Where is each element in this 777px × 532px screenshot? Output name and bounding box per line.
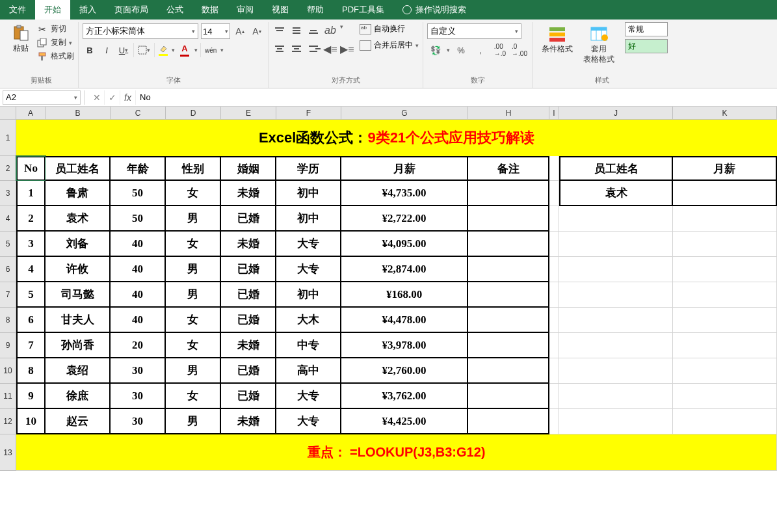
cell[interactable] xyxy=(549,181,559,206)
cell[interactable] xyxy=(559,232,673,257)
align-right-button[interactable] xyxy=(306,42,321,56)
bold-button[interactable]: B xyxy=(83,43,97,57)
data-cell[interactable]: 3 xyxy=(16,232,46,257)
data-cell[interactable] xyxy=(468,206,549,232)
cell[interactable] xyxy=(559,308,673,333)
cancel-formula-button[interactable]: ✕ xyxy=(89,90,105,105)
row-header[interactable]: 12 xyxy=(0,409,16,434)
data-cell[interactable]: 10 xyxy=(16,409,46,434)
data-cell[interactable]: ¥3,762.00 xyxy=(341,384,468,409)
data-cell[interactable]: 未婚 xyxy=(221,333,276,358)
align-top-button[interactable] xyxy=(272,23,287,38)
header-cell[interactable]: 学历 xyxy=(276,156,341,181)
underline-button[interactable]: U ▾ xyxy=(116,43,131,57)
orientation-button[interactable]: ab xyxy=(323,23,337,38)
data-cell[interactable]: 已婚 xyxy=(221,282,276,308)
data-cell[interactable]: ¥2,874.00 xyxy=(341,257,468,282)
data-cell[interactable] xyxy=(468,358,549,384)
data-cell[interactable] xyxy=(468,282,549,308)
data-cell[interactable]: 已婚 xyxy=(221,358,276,384)
data-cell[interactable]: 大专 xyxy=(276,409,341,434)
cell[interactable] xyxy=(549,333,559,358)
data-cell[interactable] xyxy=(468,409,549,434)
data-cell[interactable]: 袁术 xyxy=(46,206,111,232)
header-cell[interactable]: 月薪 xyxy=(673,156,777,181)
data-cell[interactable]: 袁术 xyxy=(559,181,673,206)
style-normal[interactable]: 常规 xyxy=(625,22,668,36)
data-cell[interactable]: 女 xyxy=(166,333,221,358)
formula-input[interactable] xyxy=(136,90,777,105)
increase-font-button[interactable]: A▴ xyxy=(233,23,247,39)
data-cell[interactable]: 40 xyxy=(111,282,166,308)
data-cell[interactable] xyxy=(468,232,549,257)
cell[interactable] xyxy=(559,206,673,232)
data-cell[interactable]: 甘夫人 xyxy=(46,308,111,333)
cell[interactable] xyxy=(559,333,673,358)
cell[interactable] xyxy=(673,308,777,333)
data-cell[interactable] xyxy=(468,257,549,282)
cell[interactable] xyxy=(549,358,559,384)
data-cell[interactable]: 女 xyxy=(166,232,221,257)
data-cell[interactable]: 50 xyxy=(111,206,166,232)
cell[interactable] xyxy=(559,257,673,282)
data-cell[interactable]: 40 xyxy=(111,257,166,282)
data-cell[interactable]: 大木 xyxy=(276,308,341,333)
row-header[interactable]: 5 xyxy=(0,232,16,257)
col-header[interactable]: A xyxy=(16,107,46,119)
data-cell[interactable]: 30 xyxy=(111,409,166,434)
data-cell[interactable]: 男 xyxy=(166,358,221,384)
col-header[interactable]: E xyxy=(221,107,276,119)
data-cell[interactable]: 初中 xyxy=(276,282,341,308)
data-cell[interactable]: 中专 xyxy=(276,333,341,358)
cell[interactable] xyxy=(673,409,777,434)
data-cell[interactable]: 孙尚香 xyxy=(46,333,111,358)
data-cell[interactable]: 赵云 xyxy=(46,409,111,434)
col-header[interactable]: G xyxy=(341,107,468,119)
chevron-down-icon[interactable]: ▾ xyxy=(172,47,175,53)
font-name-select[interactable]: 方正小标宋简体▾ xyxy=(83,23,198,39)
cell[interactable] xyxy=(673,232,777,257)
table-format-button[interactable]: 套用 表格格式 xyxy=(578,22,620,66)
paste-button[interactable]: 粘贴 xyxy=(8,22,34,55)
col-header[interactable]: C xyxy=(111,107,166,119)
data-cell[interactable]: 女 xyxy=(166,181,221,206)
data-cell[interactable]: ¥3,978.00 xyxy=(341,333,468,358)
decrease-font-button[interactable]: A▾ xyxy=(250,23,264,39)
sheet-area[interactable]: A B C D E F G H I J K 1 Excel函数公式：9类21个公… xyxy=(0,107,777,471)
data-cell[interactable]: 女 xyxy=(166,308,221,333)
header-cell[interactable]: No xyxy=(16,156,46,181)
pinyin-button[interactable]: wén xyxy=(200,43,218,57)
align-bottom-button[interactable] xyxy=(306,23,321,38)
data-cell[interactable]: 30 xyxy=(111,384,166,409)
data-cell[interactable]: 未婚 xyxy=(221,232,276,257)
format-painter-button[interactable]: 格式刷 xyxy=(36,51,74,62)
header-cell[interactable]: 性别 xyxy=(166,156,221,181)
data-cell[interactable]: 未婚 xyxy=(221,181,276,206)
header-cell[interactable]: 年龄 xyxy=(111,156,166,181)
data-cell[interactable]: 5 xyxy=(16,282,46,308)
data-cell[interactable]: 大专 xyxy=(276,384,341,409)
cell[interactable] xyxy=(549,384,559,409)
data-cell[interactable]: 女 xyxy=(166,384,221,409)
cell[interactable] xyxy=(549,257,559,282)
data-cell[interactable]: 许攸 xyxy=(46,257,111,282)
conditional-format-button[interactable]: 条件格式 xyxy=(536,22,578,56)
name-box[interactable]: A2▾ xyxy=(3,90,81,105)
cell[interactable] xyxy=(549,282,559,308)
cell[interactable] xyxy=(549,409,559,434)
cell[interactable] xyxy=(549,156,559,181)
cell[interactable] xyxy=(549,232,559,257)
data-cell[interactable]: ¥4,095.00 xyxy=(341,232,468,257)
border-button[interactable]: ▾ xyxy=(133,43,151,57)
select-all-corner[interactable] xyxy=(0,107,16,119)
chevron-down-icon[interactable]: ▾ xyxy=(194,47,198,53)
cell[interactable] xyxy=(559,282,673,308)
increase-decimal-button[interactable]: .00→.0 xyxy=(492,43,508,57)
row-header[interactable]: 4 xyxy=(0,206,16,232)
data-cell[interactable]: 已婚 xyxy=(221,308,276,333)
data-cell[interactable]: 9 xyxy=(16,384,46,409)
data-cell[interactable]: ¥4,735.00 xyxy=(341,181,468,206)
col-header[interactable]: K xyxy=(673,107,777,119)
data-cell[interactable]: 40 xyxy=(111,308,166,333)
wrap-text-button[interactable]: 自动换行 xyxy=(360,23,419,34)
